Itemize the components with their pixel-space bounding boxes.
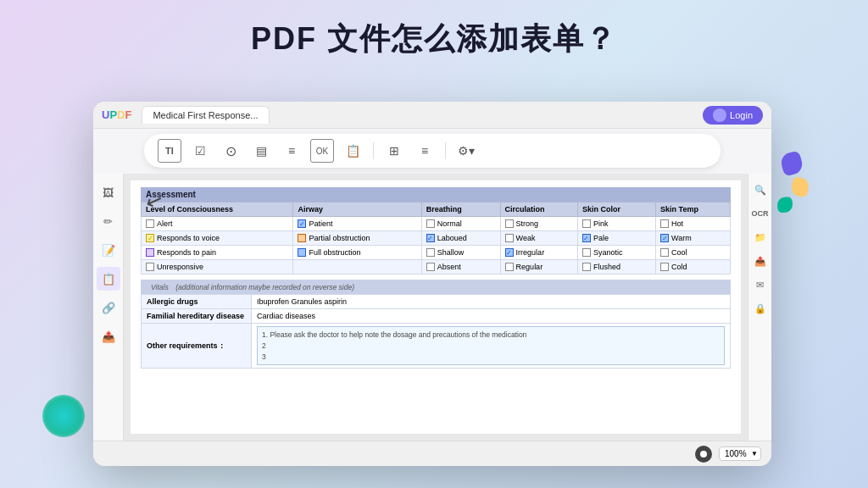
loc-alert[interactable]: Alert <box>146 219 288 228</box>
login-button[interactable]: Login <box>703 106 763 125</box>
loc-alert-cell: Alert <box>142 217 293 231</box>
tool-text-icon[interactable]: TI <box>158 139 181 163</box>
cb-laboued[interactable]: ✓ <box>426 234 435 242</box>
cb-irregular[interactable]: ✓ <box>505 248 514 257</box>
vitals-value-allergic: Ibuprofen Granules aspirin <box>252 295 731 309</box>
cb-cold[interactable] <box>660 263 669 271</box>
cb-regular[interactable] <box>505 263 514 271</box>
skin-temp-cold-cell: Cold <box>656 260 731 274</box>
circulation-regular-cell: Regular <box>500 260 577 274</box>
vitals-label-other: Other requirements： <box>142 324 252 369</box>
breathing-absent-cell: Absent <box>421 260 500 274</box>
tool-settings-icon[interactable]: ⚙▾ <box>454 139 478 163</box>
loc-pain[interactable]: Responds to pain <box>146 248 288 257</box>
circulation-irregular[interactable]: ✓ Irregular <box>505 248 573 257</box>
cb-pain[interactable] <box>146 248 154 257</box>
loc-unresponsive[interactable]: Unresponsive <box>146 263 288 271</box>
skin-temp-warm-cell: ✓ Warm <box>656 231 731 246</box>
cb-strong[interactable] <box>505 219 514 228</box>
vitals-label-allergic: Allergic drugs <box>142 295 252 309</box>
right-lock-icon[interactable]: 🔒 <box>751 299 770 318</box>
assessment-table: Level of Consciousness Airway Breathing … <box>141 202 731 274</box>
tab-medical[interactable]: Medical First Response... <box>142 106 269 124</box>
right-share-icon[interactable]: 📤 <box>751 252 770 270</box>
tool-lines-icon[interactable]: ≡ <box>280 139 303 163</box>
vitals-row-other: Other requirements： 1. Please ask the do… <box>142 324 731 369</box>
tool-align-icon[interactable]: ≡ <box>413 139 437 163</box>
top-bar: UPDF Medical First Response... Login <box>93 102 771 129</box>
zoom-select[interactable]: 100% 75% 125% 150% <box>719 446 761 461</box>
cb-hot[interactable] <box>660 219 669 228</box>
doc-page: ↙ Assessment Level of Consciousness Airw… <box>131 180 741 434</box>
loc-unresponsive-cell: Unresponsive <box>142 260 293 274</box>
breathing-laboued[interactable]: ✓ Laboued <box>426 234 496 242</box>
tool-list-icon[interactable]: ▤ <box>249 139 273 163</box>
vitals-value-hereditary: Cardiac diseases <box>252 309 731 324</box>
right-file-icon[interactable]: 📁 <box>751 228 770 247</box>
skin-color-syanotic[interactable]: Syanotic <box>582 248 651 257</box>
cb-shallow[interactable] <box>426 248 435 257</box>
cb-normal[interactable] <box>426 219 435 228</box>
cb-partial[interactable] <box>298 234 306 242</box>
skin-color-syanotic-cell: Syanotic <box>577 246 655 260</box>
right-mail-icon[interactable]: ✉ <box>751 275 770 294</box>
sidebar-export-icon[interactable]: 📤 <box>97 324 120 348</box>
vitals-row-hereditary: Familial hereditary disease Cardiac dise… <box>142 309 731 324</box>
sidebar-page-icon[interactable]: 🖼 <box>97 180 120 204</box>
cb-pale[interactable]: ✓ <box>582 234 591 242</box>
cb-unresponsive[interactable] <box>146 263 154 271</box>
cb-weak[interactable] <box>505 234 514 242</box>
skin-color-pale[interactable]: ✓ Pale <box>582 234 651 242</box>
cb-pink[interactable] <box>582 219 591 228</box>
col-breathing: Breathing <box>421 202 500 217</box>
assessment-header: Assessment <box>141 187 731 202</box>
doc-area: ↙ Assessment Level of Consciousness Airw… <box>124 174 748 441</box>
content-area: 🖼 ✏ 📝 📋 🔗 📤 ↙ Assessment <box>93 174 771 441</box>
cb-alert[interactable] <box>146 219 154 228</box>
breathing-shallow[interactable]: Shallow <box>426 248 496 257</box>
sidebar-edit-icon[interactable]: ✏ <box>97 209 120 233</box>
cb-voice[interactable]: ✓ <box>146 234 154 242</box>
breathing-normal[interactable]: Normal <box>426 219 496 228</box>
tool-grid-icon[interactable]: ⊞ <box>382 139 406 163</box>
circulation-weak[interactable]: Weak <box>505 234 573 242</box>
cb-absent[interactable] <box>426 263 435 271</box>
circulation-strong[interactable]: Strong <box>505 219 573 228</box>
page-title: PDF 文件怎么添加表单？ <box>0 0 868 72</box>
cb-flushed[interactable] <box>582 263 591 271</box>
app-window: UPDF Medical First Response... Login TI … <box>93 102 771 466</box>
tool-doc-icon[interactable]: 📋 <box>341 139 364 163</box>
skin-color-pink[interactable]: Pink <box>582 219 651 228</box>
page-indicator[interactable] <box>695 446 712 463</box>
circulation-regular[interactable]: Regular <box>505 263 573 271</box>
airway-partial[interactable]: Partial obstruction <box>298 234 416 242</box>
other-req-line-3: 3 <box>262 352 720 363</box>
breathing-laboued-cell: ✓ Laboued <box>421 231 500 246</box>
cb-cool[interactable] <box>660 248 669 257</box>
skin-temp-hot[interactable]: Hot <box>660 219 726 228</box>
breathing-absent[interactable]: Absent <box>426 263 496 271</box>
skin-color-flushed[interactable]: Flushed <box>582 263 651 271</box>
airway-full-cell: Full obstruction <box>293 246 421 260</box>
loc-voice[interactable]: ✓ Responds to voice <box>146 234 288 242</box>
tool-checkbox-icon[interactable]: ☑ <box>188 139 212 163</box>
skin-temp-cool[interactable]: Cool <box>660 248 726 257</box>
skin-temp-cold[interactable]: Cold <box>660 263 726 271</box>
tool-ok-icon[interactable]: OK <box>310 139 334 163</box>
airway-empty-cell <box>293 260 421 274</box>
skin-temp-warm[interactable]: ✓ Warm <box>660 234 726 242</box>
airway-patient[interactable]: ✓ Patient <box>298 219 416 228</box>
cb-patient[interactable]: ✓ <box>298 219 306 228</box>
cb-warm[interactable]: ✓ <box>660 234 669 242</box>
col-circulation: Circulation <box>500 202 577 217</box>
loc-voice-cell: ✓ Responds to voice <box>142 231 293 246</box>
tool-radio-icon[interactable]: ⊙ <box>219 139 242 163</box>
sidebar-form-icon[interactable]: 📋 <box>97 267 120 291</box>
sidebar-link-icon[interactable]: 🔗 <box>97 296 120 319</box>
vitals-value-other: 1. Please ask the doctor to help note th… <box>252 324 731 369</box>
airway-full[interactable]: Full obstruction <box>298 248 416 257</box>
toolbar-separator <box>373 142 374 159</box>
sidebar-note-icon[interactable]: 📝 <box>97 238 120 262</box>
cb-syanotic[interactable] <box>582 248 591 257</box>
cb-full[interactable] <box>298 248 306 257</box>
